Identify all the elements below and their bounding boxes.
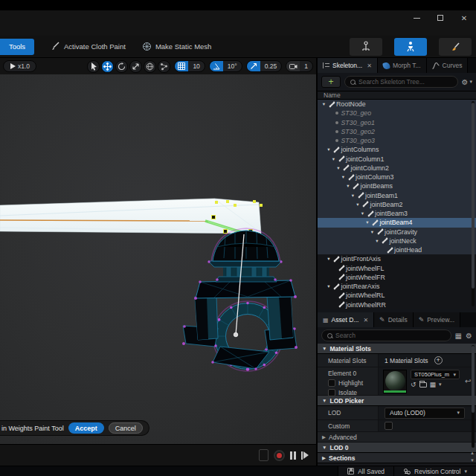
highlight-checkbox[interactable] [328, 379, 335, 387]
tree-row[interactable]: ▾RootNode [318, 100, 476, 109]
tree-row[interactable]: jointWheelRL [318, 291, 476, 300]
tree-row[interactable]: ▾jointBeam1 [318, 191, 476, 200]
coordinate-space-button[interactable] [144, 60, 156, 73]
tree-row[interactable]: ▾jointBeams [318, 181, 476, 190]
tree-row[interactable]: ▾jointNeck [318, 237, 476, 245]
close-button[interactable]: ✕ [460, 13, 469, 22]
grid-snap-control[interactable]: 10 [174, 60, 205, 72]
scale-snap-control[interactable]: 0.25 [246, 60, 283, 72]
asset-picker-icon[interactable]: ▦ [430, 381, 437, 388]
custom-checkbox[interactable] [385, 422, 393, 430]
expand-arrow-icon[interactable]: ▾ [355, 202, 361, 208]
skeletal-mesh-asset-button[interactable] [394, 38, 427, 56]
material-select-dropdown[interactable]: ST050Plus_m ▾ [411, 370, 460, 379]
tree-row[interactable]: ▾jointFrontAxis [318, 254, 476, 263]
display-options-icon[interactable]: ▦ [455, 332, 462, 340]
advanced-expander[interactable]: ▶ Advanced [318, 432, 476, 443]
material-thumbnail[interactable] [383, 370, 407, 393]
tab-close-icon[interactable]: ✕ [363, 317, 368, 324]
tree-row[interactable]: ST30_geo3 [318, 136, 476, 145]
tree-row[interactable]: ▾jointColumns [318, 145, 476, 154]
camera-speed-control[interactable]: 1 [286, 60, 313, 72]
expand-arrow-icon[interactable]: ▾ [350, 193, 356, 199]
tree-row[interactable]: ▾jointBeam3 [318, 209, 476, 218]
sections-header[interactable]: ▶ Sections [318, 453, 476, 463]
tree-row[interactable]: ST30_geo1 [318, 118, 476, 127]
material-slots-header[interactable]: ▼ Material Slots [318, 344, 476, 354]
expand-arrow-icon[interactable]: ▾ [321, 101, 327, 107]
expand-arrow-icon[interactable]: ▾ [326, 256, 332, 262]
add-bone-button[interactable]: + [321, 76, 341, 88]
tree-row[interactable]: ▾jointGravity [318, 228, 476, 237]
browse-to-asset-icon[interactable] [419, 382, 427, 387]
expand-arrow-icon[interactable]: ▾ [359, 210, 366, 216]
expand-arrow-icon[interactable]: ▾ [364, 219, 371, 225]
details-scrollbar[interactable] [472, 345, 475, 448]
maximize-button[interactable] [436, 13, 445, 22]
tree-row[interactable]: ▾jointBeam2 [318, 200, 476, 209]
reset-to-default-icon[interactable]: ↩ [465, 377, 471, 385]
tab-asset-details[interactable]: ▦ Asset D... ✕ [318, 312, 374, 327]
tree-row[interactable]: ST30_geo2 [318, 127, 476, 136]
tree-row[interactable]: jointWheelRR [318, 300, 476, 309]
save-status-button[interactable]: All Saved [338, 466, 393, 476]
tab-close-icon[interactable]: ✕ [367, 62, 372, 69]
step-forward-button[interactable] [301, 451, 309, 460]
playback-speed-button[interactable]: x1.0 [3, 60, 36, 72]
rotation-snap-control[interactable]: 10° [209, 60, 242, 72]
lod-picker-header[interactable]: ▼ LOD Picker [318, 396, 476, 406]
record-button[interactable] [274, 450, 285, 461]
tree-row[interactable]: ▾jointColumn2 [318, 164, 476, 173]
cancel-button[interactable]: Cancel [109, 422, 143, 434]
select-tool-button[interactable] [87, 60, 100, 73]
activate-cloth-paint-button[interactable]: Activate Cloth Paint [51, 42, 126, 51]
animation-asset-button[interactable] [439, 38, 472, 56]
chevron-down-icon[interactable]: ▾ [439, 382, 442, 387]
tab-details[interactable]: ✎ Details [374, 312, 414, 327]
tools-button[interactable]: Tools [0, 39, 34, 55]
make-static-mesh-button[interactable]: Make Static Mesh [142, 42, 212, 51]
rotate-tool-button[interactable] [115, 60, 128, 73]
tree-row[interactable]: jointHead [318, 245, 476, 254]
tree-row[interactable]: jointWheelFR [318, 273, 476, 282]
use-selected-asset-icon[interactable]: ↺ [411, 381, 416, 388]
expand-arrow-icon[interactable]: ▾ [335, 165, 342, 171]
add-material-slot-button[interactable]: + [434, 356, 443, 364]
lod-dropdown[interactable]: Auto (LOD0) ▾ [385, 408, 465, 419]
expand-arrow-icon[interactable]: ▾ [374, 238, 381, 244]
lod-row: LOD Auto (LOD0) ▾ [318, 406, 476, 420]
tab-curves[interactable]: Curves [427, 58, 469, 73]
revision-control-button[interactable]: Revision Control ▾ [393, 466, 476, 476]
tab-preview-scene[interactable]: ✎ Preview... [414, 312, 460, 327]
tree-scrollbar[interactable] [472, 101, 475, 306]
scroll-arrows[interactable]: ▲▼ [469, 451, 475, 463]
accept-button[interactable]: Accept [68, 422, 104, 434]
minimize-button[interactable] [412, 13, 421, 22]
tree-row[interactable]: ▾jointColumn3 [318, 173, 476, 181]
tree-row[interactable]: ▾jointBeam4 [318, 218, 476, 227]
expand-arrow-icon[interactable]: ▾ [326, 147, 332, 152]
tree-row[interactable]: ▾jointRearAxis [318, 282, 476, 291]
tab-morph-targets[interactable]: Morph T... [378, 58, 427, 73]
tree-row[interactable]: ▾jointColumn1 [318, 155, 476, 164]
translate-tool-button[interactable] [101, 60, 114, 73]
expand-arrow-icon[interactable]: ▾ [369, 229, 376, 235]
tree-settings-button[interactable]: ⚙▾ [462, 78, 472, 86]
tree-row[interactable]: jointWheelFL [318, 264, 476, 273]
details-settings-icon[interactable]: ⚙ [466, 332, 472, 340]
expand-arrow-icon[interactable]: ▾ [340, 174, 347, 180]
viewport-3d-scene[interactable] [0, 74, 316, 444]
lod0-header[interactable]: ▼ LOD 0 [318, 443, 476, 453]
scale-tool-button[interactable] [129, 60, 142, 73]
skeleton-tree-search-input[interactable]: Search Skeleton Tree... [344, 76, 458, 88]
tree-row[interactable]: ST30_geo [318, 109, 476, 118]
details-search-input[interactable]: Search [321, 329, 451, 341]
hierarchy-snap-button[interactable] [158, 60, 170, 73]
expand-arrow-icon[interactable]: ▾ [326, 283, 332, 289]
skeleton-asset-button[interactable] [350, 38, 382, 56]
expand-arrow-icon[interactable]: ▾ [330, 156, 337, 162]
tab-skeleton-tree[interactable]: Skeleton... ✕ [318, 58, 378, 73]
isolate-checkbox[interactable] [328, 389, 335, 396]
expand-arrow-icon[interactable]: ▾ [345, 183, 352, 189]
pause-button[interactable] [290, 451, 296, 460]
